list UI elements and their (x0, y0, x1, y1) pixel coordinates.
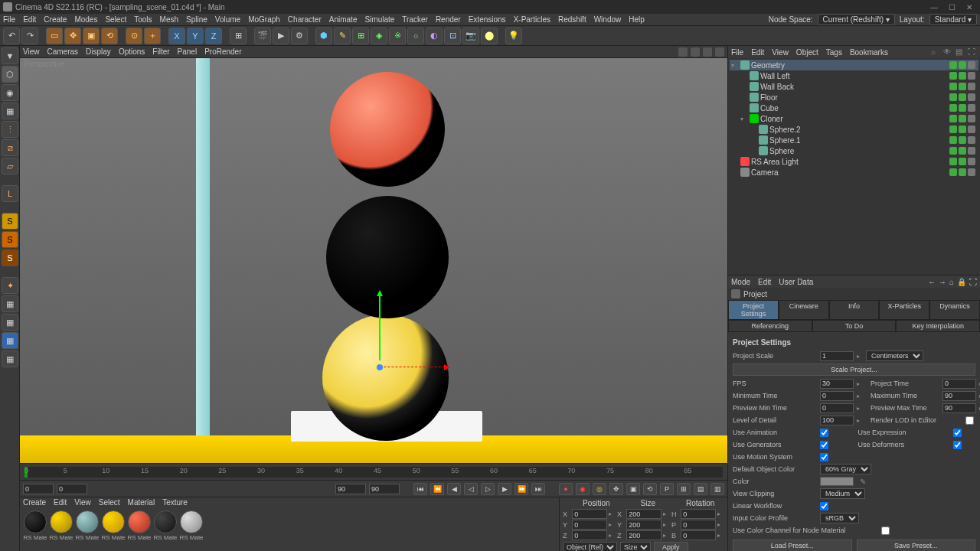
light-tool[interactable]: ⬤ (481, 28, 498, 44)
scale-project-button[interactable]: Scale Project... (733, 364, 975, 376)
attrmenu-user-data[interactable]: User Data (779, 278, 813, 286)
obj-geometry[interactable]: ▾Geometry (730, 60, 978, 70)
menu-help[interactable]: Help (629, 15, 645, 24)
viewport[interactable]: Perspective (20, 58, 727, 463)
poly-mode[interactable]: ▱ (2, 158, 18, 174)
key-param[interactable]: P (660, 483, 674, 495)
menu-simulate[interactable]: Simulate (364, 15, 394, 24)
use-cc-node-check[interactable] (881, 527, 890, 535)
time-end1[interactable] (335, 484, 366, 494)
matmenu-select[interactable]: Select (99, 498, 120, 507)
material-2[interactable]: RS Mate (75, 510, 100, 541)
viewport-solo[interactable]: ▦ (2, 295, 18, 312)
pen-tool[interactable]: ✎ (334, 28, 351, 44)
keysel[interactable]: ◎ (593, 483, 606, 495)
linear-wf-check[interactable] (820, 502, 828, 510)
menu-create[interactable]: Create (44, 15, 67, 24)
material-0[interactable]: RS Mate (23, 510, 47, 541)
tab-x-particles[interactable]: X-Particles (879, 300, 929, 320)
layout-select[interactable]: Standard ▾ (929, 14, 977, 25)
obj-wall-back[interactable]: Wall Back (730, 81, 978, 92)
tweak-mode[interactable]: ✦ (2, 277, 18, 294)
obj-cube[interactable]: Cube (730, 103, 978, 113)
objmenu-view[interactable]: View (772, 48, 789, 57)
model-mode[interactable]: ⬡ (2, 66, 18, 83)
scale-tool[interactable]: ▣ (83, 28, 100, 44)
default-color-sel[interactable]: 60% Gray (820, 464, 871, 474)
pos-x[interactable] (572, 509, 607, 519)
prev-frame[interactable]: ◀ (447, 483, 461, 495)
workplane-mode[interactable]: ▦ (2, 103, 18, 119)
attrmenu-edit[interactable]: Edit (758, 278, 771, 286)
obj-filter-icon[interactable]: ▤ (956, 47, 965, 57)
rot-b[interactable] (681, 530, 716, 540)
objmenu-bookmarks[interactable]: Bookmarks (850, 48, 888, 57)
material-5[interactable]: RS Mate (153, 510, 178, 541)
next-frame[interactable]: ▶ (498, 483, 511, 495)
tab-info[interactable]: Info (829, 300, 880, 320)
vpmenu-filter[interactable]: Filter (152, 47, 169, 56)
key-opt1[interactable]: ▤ (694, 483, 707, 495)
subdiv-tool[interactable]: ⊞ (352, 28, 369, 44)
obj-camera[interactable]: Camera (730, 167, 978, 178)
maximize-button[interactable]: ☐ (949, 3, 956, 11)
objmenu-file[interactable]: File (731, 48, 743, 57)
attr-fwd[interactable]: → (939, 278, 946, 286)
vpmenu-panel[interactable]: Panel (178, 47, 198, 56)
matmenu-edit[interactable]: Edit (54, 498, 67, 507)
color-swatch[interactable] (820, 477, 854, 486)
menu-file[interactable]: File (3, 15, 15, 24)
vp-2[interactable]: ▦ (2, 314, 18, 331)
cube-primitive[interactable]: ⬢ (315, 28, 332, 44)
attr-back[interactable]: ← (928, 278, 936, 286)
key-pos[interactable]: ✥ (609, 483, 623, 495)
obj-max-icon[interactable]: ⛶ (968, 47, 977, 57)
size-y[interactable] (626, 520, 662, 530)
autokey[interactable]: ◉ (576, 483, 590, 495)
menu-x-particles[interactable]: X-Particles (514, 15, 550, 24)
vp-btn3[interactable] (703, 47, 712, 57)
move-tool[interactable]: ✥ (64, 28, 81, 44)
menu-tools[interactable]: Tools (134, 15, 152, 24)
menu-animate[interactable]: Animate (329, 15, 358, 24)
material-3[interactable]: RS Mate (101, 510, 126, 541)
rotate-tool[interactable]: ⟲ (101, 28, 118, 44)
mograph-tool[interactable]: ※ (389, 28, 406, 44)
z-axis-lock[interactable]: Z (205, 28, 222, 44)
render-lod-check[interactable] (965, 416, 974, 425)
menu-spline[interactable]: Spline (186, 15, 207, 24)
menu-window[interactable]: Window (594, 15, 622, 24)
tab-dynamics[interactable]: Dynamics (929, 300, 980, 320)
time-start2[interactable] (57, 484, 87, 494)
vp-3[interactable]: ▦ (2, 332, 18, 349)
menu-render[interactable]: Render (436, 15, 461, 24)
vp-btn1[interactable] (678, 47, 688, 57)
vpmenu-prorender[interactable]: ProRender (204, 47, 241, 56)
vp-4[interactable]: ▦ (2, 350, 18, 367)
menu-edit[interactable]: Edit (23, 15, 36, 24)
objmenu-edit[interactable]: Edit (751, 48, 764, 57)
tab-project-settings[interactable]: Project Settings (728, 300, 779, 320)
menu-modes[interactable]: Modes (74, 15, 97, 24)
load-preset-button[interactable]: Load Preset... (733, 540, 852, 551)
menu-extensions[interactable]: Extensions (469, 15, 506, 24)
attrmenu-mode[interactable]: Mode (731, 278, 750, 286)
tab-cineware[interactable]: Cineware (779, 300, 829, 320)
obj-sphere-2[interactable]: Sphere.2 (730, 124, 978, 135)
view-clip-sel[interactable]: Medium (820, 488, 865, 499)
obj-cloner[interactable]: ▾Cloner (730, 113, 978, 124)
use-gen-check[interactable] (820, 441, 828, 449)
use-expr-check[interactable] (953, 429, 962, 437)
material-1[interactable]: RS Mate (49, 510, 74, 541)
redo-button[interactable]: ↷ (21, 28, 38, 44)
menu-mesh[interactable]: Mesh (160, 15, 178, 24)
y-axis-gizmo[interactable] (379, 292, 381, 360)
origin-gizmo[interactable] (377, 364, 383, 370)
attr-lock[interactable]: 🔒 (957, 278, 966, 286)
obj-floor[interactable]: Floor (730, 92, 978, 103)
matmenu-material[interactable]: Material (128, 498, 155, 507)
play-fwd[interactable]: ▷ (481, 483, 495, 495)
obj-sphere[interactable]: Sphere (730, 145, 978, 156)
deform-tool[interactable]: ◐ (426, 28, 443, 44)
key-opt2[interactable]: ▥ (710, 483, 724, 495)
